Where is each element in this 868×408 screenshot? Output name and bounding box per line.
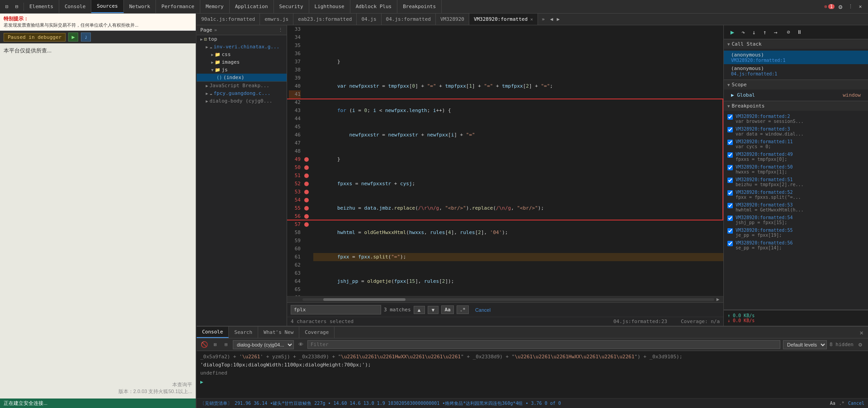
file-tab-vm328920[interactable]: VM328920 [436,14,469,25]
file-tab-emwrs[interactable]: emwrs.js [260,14,293,25]
bp-checkbox-9[interactable] [727,228,733,234]
console-filter-input[interactable] [307,340,780,349]
bp-item-7[interactable]: VM328920:formatted:53hwhtml = GetHwxxHtm… [724,201,868,214]
bp-checkbox-7[interactable] [727,203,733,208]
console-close-btn[interactable]: ✕ [855,329,868,336]
call-stack-item-1[interactable]: (anonymous) 04.js:formatted:1 [724,64,868,78]
tree-item-dialog[interactable]: ▶ dialog-body (cyjg0... [197,97,287,105]
bp-checkbox-8[interactable] [727,216,733,221]
tree-item-js-breakpoints[interactable]: ▶ JavaScript Breakp... [197,81,287,89]
h-scrollbar[interactable]: ▶ [287,296,723,302]
call-stack-item-0[interactable]: (anonymous) VM328920:formatted:1 [724,51,868,64]
tab-console[interactable]: Console [59,0,91,13]
bp-item-10[interactable]: VM328920:formatted:56se_pp = fpxx[14]; [724,239,868,252]
bp-checkbox-1[interactable] [727,127,733,132]
tab-nav-next[interactable]: ▶ [555,16,561,22]
tab-adblock[interactable]: Adblock Plus [350,0,397,13]
bp-checkbox-2[interactable] [727,140,733,145]
scope-header[interactable]: ▼ Scope [724,80,868,89]
tab-network[interactable]: Network [124,0,156,13]
context-selector[interactable]: dialog-body (cyjg04... [233,340,294,349]
search-input[interactable] [291,305,381,314]
more-tabs-btn[interactable]: » [538,16,548,22]
file-tab-04js-formatted[interactable]: 04.js:formatted [382,14,436,25]
step-into-btn[interactable]: ↓ [749,27,759,37]
console-prompt-input[interactable] [206,380,864,385]
source-tree-menu[interactable]: ⋮ [278,27,283,33]
code-area[interactable]: 3334353637383940 41 42434445464748 49505… [287,25,723,296]
eye-icon[interactable]: 👁 [297,341,305,349]
tab-nav-prev[interactable]: ◀ [548,16,555,22]
tab-breakpoints[interactable]: Breakpoints [397,0,442,13]
tab-performance[interactable]: Performance [156,0,200,13]
file-tab-vm328920-formatted[interactable]: VM328920:formatted ✕ [469,14,538,25]
search-prev-btn[interactable]: ▲ [414,306,425,314]
console-output[interactable]: _0x5a9fa2) + '\u2261' + yzmSj) + _0x2338… [197,351,868,398]
pause-exceptions-btn[interactable]: ⏸ [794,27,804,37]
search-match-case-btn[interactable]: Aa [441,305,453,314]
breakpoints-header[interactable]: ▼ Breakpoints [724,101,868,111]
bp-item-9[interactable]: VM328920:formatted:55je_pp = fpxx[19]; [724,226,868,239]
tree-item-css[interactable]: ▶ 📁 css [197,51,287,58]
bp-checkbox-10[interactable] [727,241,733,246]
bp-checkbox-4[interactable] [727,165,733,170]
bp-item-3[interactable]: VM328920:formatted:49fpxxs = tmpfpxx[0]; [724,150,868,163]
tab-lighthouse[interactable]: Lighthouse [309,0,350,13]
inspect-icon[interactable]: ⊡ [3,3,11,11]
bp-item-8[interactable]: VM328920:formatted:54jshj_pp = fpxx[15]; [724,214,868,226]
file-tab-90a1c[interactable]: 90a1c.js:formatted [197,14,260,25]
tree-item-images[interactable]: ▶ 📁 images [197,58,287,66]
bottom-dot-btn[interactable]: .* [839,401,844,406]
bp-checkbox-0[interactable] [727,114,733,120]
log-level-select[interactable]: Default levels [783,340,827,349]
search-cancel-btn[interactable]: Cancel [472,306,494,314]
tree-item-index[interactable]: () (index) [197,74,287,81]
scope-global-item[interactable]: ▶ Global window [724,91,868,99]
tab-application[interactable]: Application [230,0,274,13]
step-out-btn[interactable]: ↑ [760,27,770,37]
console-settings-icon[interactable]: ⚙ [856,341,864,349]
resume-btn[interactable]: ▶ [68,33,78,42]
settings-icon[interactable]: ⚙ [836,3,844,11]
scroll-right-btn[interactable]: ▶ [714,296,722,302]
close-devtools-icon[interactable]: ✕ [856,3,864,11]
deactivate-btn[interactable]: ⊘ [783,27,793,37]
file-tab-eab23[interactable]: eab23.js:formatted [293,14,357,25]
bp-item-2[interactable]: VM328920:formatted:11var cycs = 0; [724,138,868,150]
console-tab-search[interactable]: Search [229,327,258,338]
more-icon[interactable]: ⋮ [846,3,854,11]
file-tab-close-icon[interactable]: ✕ [530,17,533,22]
step-btn[interactable]: ⤸ [81,33,91,42]
device-icon[interactable]: ⊟ [13,3,21,11]
bp-item-4[interactable]: VM328920:formatted:50hwxxs = tmpfpxx[1]; [724,163,868,176]
source-tree-more[interactable]: » [214,27,217,33]
bp-checkbox-3[interactable] [727,152,733,158]
tab-security[interactable]: Security [274,0,309,13]
search-next-btn[interactable]: ▼ [428,306,439,314]
bp-checkbox-5[interactable] [727,178,733,183]
step-over-btn[interactable]: ↷ [738,27,748,37]
tree-item-js[interactable]: ▼ 📁 js [197,66,287,74]
call-stack-header[interactable]: ▼ Call Stack [724,39,868,49]
bp-checkbox-6[interactable] [727,190,733,196]
console-prompt-row[interactable]: ▶ [200,377,864,386]
step-btn2[interactable]: → [771,27,781,37]
tree-item-domain[interactable]: ▶ ☁ inv-veri.chinatax.g... [197,43,287,51]
bottom-cancel-btn[interactable]: Cancel [848,401,864,406]
preserve-log-btn[interactable]: ⊠ [211,341,219,349]
console-tab-coverage[interactable]: Coverage [299,327,335,338]
bp-item-1[interactable]: VM328920:formatted:3var data = window.di… [724,125,868,138]
bp-item-6[interactable]: VM328920:formatted:52fpxx = fpxxs.split(… [724,188,868,201]
bottom-aa-btn[interactable]: Aa [830,401,835,406]
tab-elements[interactable]: Elements [24,0,59,13]
console-tab-console[interactable]: Console [197,327,229,338]
bp-item-5[interactable]: VM328920:formatted:51beizhu = tmpfpxx[2]… [724,176,868,188]
tree-item-top[interactable]: ▶ ⊡ top [197,35,287,43]
search-regex-btn[interactable]: .* [457,305,469,314]
file-tab-04js[interactable]: 04.js [357,14,381,25]
tab-sources[interactable]: Sources [91,0,123,13]
fetch-xhr-btn[interactable]: ⊞ [222,341,230,349]
console-tab-whatsnew[interactable]: What's New [258,327,299,338]
resume-debug-btn[interactable]: ▶ [727,27,737,37]
clear-console-btn[interactable]: 🚫 [200,341,208,349]
